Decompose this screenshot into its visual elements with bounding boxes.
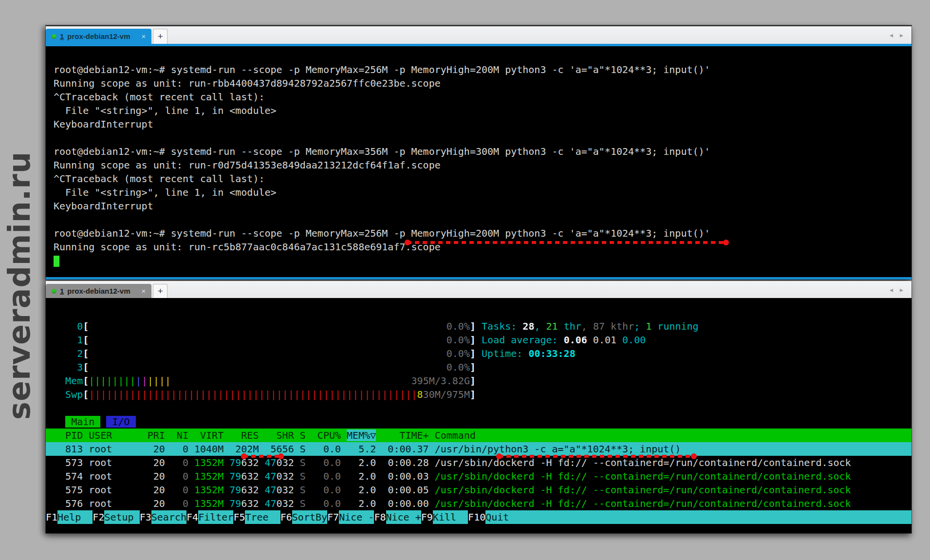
process-cell: 573 root 20 bbox=[54, 457, 171, 468]
annotation-underline-res-202m bbox=[243, 455, 281, 458]
fkey-action-kill[interactable]: Kill bbox=[433, 510, 468, 524]
tab-bar-bottom: 1 prox-debian12-vm × + ◂ ▸ bbox=[46, 281, 911, 298]
fkey-f6: F6 bbox=[280, 510, 292, 524]
summary-segment: , bbox=[581, 320, 593, 332]
text-segment: [ bbox=[83, 389, 89, 400]
terminal-output-top[interactable]: root@debian12-vm:~# systemd-run --scope … bbox=[46, 46, 911, 277]
terminal-line bbox=[46, 254, 911, 267]
column-header: PID USER PRI NI VIRT RES SHR S CPU% bbox=[54, 429, 347, 441]
process-cell: /usr/sbin/dockerd -H fd:// --containerd=… bbox=[435, 498, 851, 509]
close-tab-icon[interactable]: × bbox=[142, 287, 146, 295]
process-cell: 032 bbox=[277, 484, 300, 496]
terminal-window-top: 1 prox-debian12-vm × + ◂ ▸ root@debian12… bbox=[46, 25, 911, 280]
text-segment: ] bbox=[470, 320, 482, 332]
tab-bar-top: 1 prox-debian12-vm × + ◂ ▸ bbox=[46, 26, 911, 44]
process-row[interactable]: 575 root 20 0 1352M 79632 47032 S 0.0 2.… bbox=[46, 483, 911, 497]
tab-scroll-arrows-icon[interactable]: ◂ ▸ bbox=[890, 286, 906, 294]
summary-segment: 0.06 bbox=[564, 334, 593, 346]
process-cell: 032 bbox=[277, 470, 300, 482]
process-row-selected[interactable]: 813 root 20 0 1040M 202M 5656 S 0.0 5.2 … bbox=[46, 442, 911, 456]
summary-segment: , bbox=[534, 320, 546, 332]
process-cell: 79 bbox=[229, 470, 241, 482]
swp-meter-value: 30M/975M bbox=[423, 389, 470, 400]
process-cell: S 0.0 bbox=[300, 498, 347, 509]
process-cell: 47 bbox=[265, 470, 277, 482]
cpu-meter-label: 2 bbox=[77, 348, 83, 359]
fkey-f8: F8 bbox=[374, 510, 386, 524]
mem-bar-yellow: |||| bbox=[148, 375, 171, 387]
process-cell: 0:00.03 bbox=[382, 470, 434, 482]
text-segment bbox=[54, 389, 65, 400]
terminal-line: KeyboardInterrupt bbox=[46, 117, 911, 131]
blank-line bbox=[46, 401, 911, 415]
fkey-f5: F5 bbox=[233, 510, 245, 524]
fkey-action-nice[interactable]: Nice + bbox=[386, 510, 421, 524]
htop-screen[interactable]: 0[ 0.0%] Tasks: 28, 21 thr, 87 kthr; 1 r… bbox=[46, 298, 911, 533]
process-row[interactable]: 576 root 20 0 1352M 79632 47032 S 0.0 2.… bbox=[46, 497, 911, 510]
fkey-f3: F3 bbox=[140, 510, 151, 524]
text-segment: [ bbox=[83, 348, 89, 359]
fkey-bar-fill bbox=[521, 510, 911, 524]
process-cell: 79 bbox=[229, 457, 241, 468]
tab-prox-debian12-vm[interactable]: 1 prox-debian12-vm × bbox=[46, 29, 151, 44]
summary-segment: 21 bbox=[546, 320, 558, 332]
fkey-f4: F4 bbox=[186, 510, 198, 524]
cpu-meter-value: 0.0% bbox=[446, 334, 470, 346]
process-cell: 1352M bbox=[194, 457, 229, 468]
text-segment: ] bbox=[470, 389, 476, 400]
fkey-action-search[interactable]: Search bbox=[151, 510, 186, 524]
fkey-action-setup[interactable]: Setup bbox=[104, 510, 139, 524]
fkey-f2: F2 bbox=[93, 510, 104, 524]
summary-segment: 28 bbox=[522, 320, 534, 332]
swp-meter-label: Swp bbox=[65, 389, 83, 400]
column-header: TIME+ Command bbox=[376, 429, 476, 441]
fkey-f9: F9 bbox=[421, 510, 433, 524]
summary-segment: 0.01 bbox=[593, 334, 622, 346]
process-table-header[interactable]: PID USER PRI NI VIRT RES SHR S CPU% MEM%… bbox=[46, 429, 911, 442]
htop-tab-io[interactable]: I/O bbox=[106, 416, 135, 428]
watermark: serveradmin.ru bbox=[1, 150, 38, 421]
process-cell: 032 bbox=[277, 498, 300, 509]
cpu-meter-value: 0.0% bbox=[446, 348, 470, 359]
fkey-action-filter[interactable]: Filter bbox=[198, 510, 233, 524]
fkey-action-help[interactable]: Help bbox=[57, 510, 93, 524]
htop-tab-main[interactable]: Main bbox=[65, 416, 100, 428]
process-row[interactable]: 573 root 20 0 1352M 79632 47032 S 0.0 2.… bbox=[46, 456, 911, 469]
fkey-f1: F1 bbox=[46, 510, 57, 524]
text-segment: [ bbox=[83, 334, 89, 346]
text-segment bbox=[100, 416, 106, 428]
text-segment: [ bbox=[83, 320, 89, 332]
new-tab-button[interactable]: + bbox=[153, 284, 167, 298]
mem-bar-blue: | bbox=[136, 375, 142, 387]
process-cell: 79 bbox=[229, 498, 241, 509]
tab-scroll-arrows-icon[interactable]: ◂ ▸ bbox=[890, 31, 906, 39]
cpu-meter-value: 0.0% bbox=[446, 361, 470, 373]
window-bottom-border bbox=[46, 277, 911, 280]
tab-prox-debian12-vm-2[interactable]: 1 prox-debian12-vm × bbox=[46, 284, 151, 298]
tab-number: 1 bbox=[60, 32, 64, 40]
cpu-meter-label: 1 bbox=[77, 334, 83, 346]
summary-segment: 00:33:28 bbox=[528, 348, 575, 359]
terminal-cursor bbox=[54, 256, 59, 267]
fkey-f10: F10 bbox=[468, 510, 485, 524]
tab-number: 1 bbox=[60, 287, 64, 295]
process-cell: 1352M bbox=[194, 498, 229, 509]
mem-bar-green: |||||||| bbox=[89, 375, 135, 387]
process-cell: S 0.0 bbox=[300, 470, 347, 482]
fkey-action-sortby[interactable]: SortBy bbox=[292, 510, 327, 524]
text-segment bbox=[54, 320, 77, 332]
fkey-action-nice[interactable]: Nice - bbox=[339, 510, 374, 524]
process-cell: S 0.0 bbox=[300, 457, 347, 468]
fkey-action-quit[interactable]: Quit bbox=[485, 510, 521, 524]
text-segment bbox=[171, 375, 411, 387]
process-cell: 0 bbox=[171, 484, 194, 496]
terminal-line: root@debian12-vm:~# systemd-run --scope … bbox=[46, 145, 911, 158]
summary-segment: Uptime: bbox=[482, 348, 528, 359]
process-row[interactable]: 574 root 20 0 1352M 79632 47032 S 0.0 2.… bbox=[46, 469, 911, 483]
process-cell: 47 bbox=[265, 498, 277, 509]
new-tab-button[interactable]: + bbox=[153, 29, 167, 44]
htop-tabs: Main I/O bbox=[46, 415, 911, 429]
fkey-action-tree[interactable]: Tree bbox=[245, 510, 280, 524]
close-tab-icon[interactable]: × bbox=[142, 33, 146, 40]
mem-meter-value: 395M/3.82G bbox=[411, 375, 470, 387]
